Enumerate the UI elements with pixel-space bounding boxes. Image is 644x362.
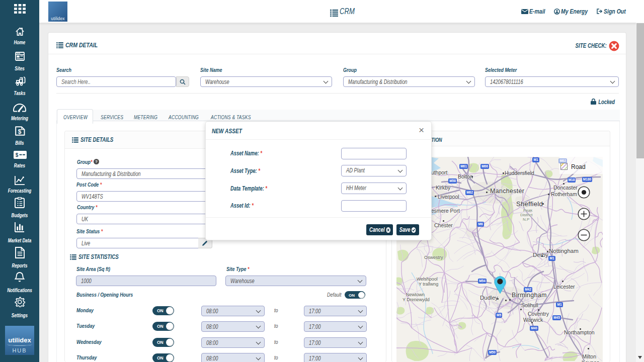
svg-text:$: $ <box>18 128 22 135</box>
svg-text:?: ? <box>95 159 98 164</box>
svg-text:$: $ <box>16 152 19 158</box>
